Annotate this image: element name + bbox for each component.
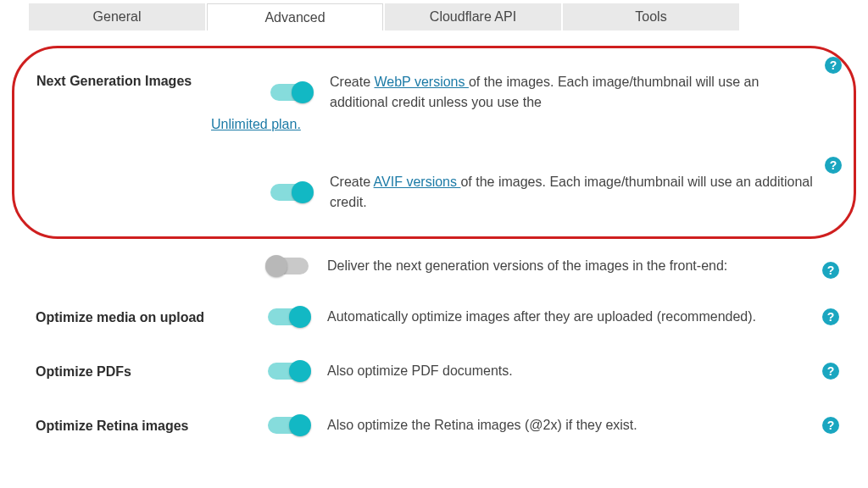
help-icon[interactable]: ? xyxy=(822,417,839,434)
next-gen-highlight: Next Generation Images ? Create WebP ver… xyxy=(12,46,856,239)
help-icon[interactable]: ? xyxy=(825,57,842,74)
toggle-webp[interactable] xyxy=(270,84,311,101)
webp-control-col: ? Create WebP versions of the images. Ea… xyxy=(270,72,840,135)
settings-tabs: General Advanced Cloudflare API Tools xyxy=(0,0,868,30)
spacer xyxy=(36,265,268,267)
webp-pre: Create xyxy=(330,75,374,89)
spacer xyxy=(36,172,264,174)
retina-text: Also optimize the Retina images (@2x) if… xyxy=(327,415,841,435)
toggle-optimize-pdfs[interactable] xyxy=(268,363,309,380)
retina-control-row: Also optimize the Retina images (@2x) if… xyxy=(268,415,841,435)
avif-text: Create AVIF versions of the images. Each… xyxy=(330,172,818,213)
section-title-nextgen: Next Generation Images xyxy=(36,72,264,89)
row-deliver: Deliver the next generation versions of … xyxy=(12,251,856,290)
upload-control-col: Automatically optimize images after they… xyxy=(268,307,841,327)
link-webp-versions[interactable]: WebP versions xyxy=(374,75,468,89)
help-icon[interactable]: ? xyxy=(825,157,842,174)
section-title-upload: Optimize media on upload xyxy=(36,308,268,325)
toggle-knob xyxy=(292,181,314,203)
link-avif-versions[interactable]: AVIF versions xyxy=(374,175,461,189)
tab-cloudflare-api[interactable]: Cloudflare API xyxy=(385,3,561,30)
toggle-deliver-frontend[interactable] xyxy=(268,258,309,274)
help-icon[interactable]: ? xyxy=(822,262,839,279)
tab-advanced[interactable]: Advanced xyxy=(207,3,383,30)
help-icon[interactable]: ? xyxy=(822,308,839,325)
webp-text-line1: Create WebP versions of the images. Each… xyxy=(330,72,818,113)
help-icon[interactable]: ? xyxy=(822,363,839,380)
retina-control-col: Also optimize the Retina images (@2x) if… xyxy=(268,415,841,435)
toggle-optimize-upload[interactable] xyxy=(268,308,309,325)
pdfs-text: Also optimize PDF documents. xyxy=(327,361,841,381)
section-title-retina: Optimize Retina images xyxy=(36,417,268,434)
deliver-control-row: Deliver the next generation versions of … xyxy=(268,256,841,276)
avif-control-col: ? Create AVIF versions of the images. Ea… xyxy=(270,172,840,213)
upload-text: Automatically optimize images after they… xyxy=(327,307,841,327)
section-title-pdfs: Optimize PDFs xyxy=(36,363,268,380)
toggle-knob xyxy=(292,81,314,103)
row-optimize-retina: Optimize Retina images Also optimize the… xyxy=(12,398,856,452)
toggle-knob xyxy=(289,360,311,382)
upload-control-row: Automatically optimize images after they… xyxy=(268,307,841,327)
toggle-knob xyxy=(289,306,311,328)
pdfs-control-col: Also optimize PDF documents. xyxy=(268,361,841,381)
tab-tools[interactable]: Tools xyxy=(563,3,739,30)
link-unlimited-plan[interactable]: Unlimited plan. xyxy=(211,117,301,131)
tab-general[interactable]: General xyxy=(29,3,205,30)
toggle-optimize-retina[interactable] xyxy=(268,417,309,434)
deliver-control-col: Deliver the next generation versions of … xyxy=(268,256,841,276)
row-optimize-upload: Optimize media on upload Automatically o… xyxy=(12,290,856,344)
row-avif: ? Create AVIF versions of the images. Ea… xyxy=(36,172,840,213)
webp-control-row: Create WebP versions of the images. Each… xyxy=(270,72,818,113)
deliver-text: Deliver the next generation versions of … xyxy=(327,256,841,276)
webp-text-line2: Unlimited plan. xyxy=(211,114,818,135)
row-optimize-pdfs: Optimize PDFs Also optimize PDF document… xyxy=(12,344,856,398)
toggle-knob xyxy=(265,255,287,277)
pdfs-control-row: Also optimize PDF documents. xyxy=(268,361,841,381)
row-webp: Next Generation Images ? Create WebP ver… xyxy=(36,72,840,135)
avif-control-row: Create AVIF versions of the images. Each… xyxy=(270,172,818,213)
toggle-knob xyxy=(289,414,311,436)
toggle-avif[interactable] xyxy=(270,184,311,201)
avif-pre: Create xyxy=(330,175,374,189)
settings-content: Next Generation Images ? Create WebP ver… xyxy=(0,30,868,452)
